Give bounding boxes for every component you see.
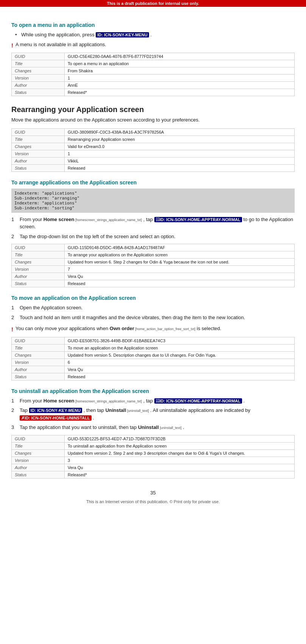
section-arrange: To arrange applications on the Applicati…	[11, 179, 295, 288]
note-exclamation-icon-2: !	[11, 325, 13, 334]
list-item: 2 Touch and hold an item until it magnif…	[11, 314, 295, 321]
meta-table-section3: GUID GUID-115D9148-D5DC-49BA-8428-A1AD17…	[11, 244, 295, 287]
list-item: 3 Tap the application that you want to u…	[11, 424, 295, 431]
footer-text: This is an Internet version of this publ…	[11, 499, 295, 508]
section-uninstall-heading: To uninstall an application from the App…	[11, 388, 295, 394]
badge-uninstall: ✗ID: ICN-SONY-HOME-UNINSTALL	[20, 415, 92, 421]
table-row: Changes From Shakira	[12, 67, 295, 75]
table-row: GUID GUID-C5E4E280-0AA6-4076-B7F6-8777FD…	[12, 53, 295, 60]
table-row: Changes Valid for eDream3.0	[12, 143, 295, 150]
table-row: Status Released*	[12, 471, 295, 478]
page-number: 35	[11, 490, 295, 496]
table-row: GUID GUID-553D1225-BF53-4ED7-A71D-7D887D…	[12, 435, 295, 442]
table-row: Version 3	[12, 457, 295, 464]
table-row: Title To arrange your applications on th…	[12, 251, 295, 259]
table-row: Author VikkiL	[12, 157, 295, 164]
note-own-order: ! You can only move your applications wh…	[11, 325, 295, 334]
arrange-steps: 1 From your Home screen [homescreen_stri…	[11, 216, 295, 240]
section-open-menu-bullets: While using the application, press ID: I…	[11, 31, 295, 39]
table-row: GUID GUID-115D9148-D5DC-49BA-8428-A1AD17…	[12, 244, 295, 251]
note-exclamation-icon: !	[11, 41, 13, 50]
table-row: GUID GUID-EE508701-3826-449B-BD0F-61BABE…	[12, 337, 295, 344]
section-rearranging: Rearranging your Application screen Move…	[11, 105, 295, 172]
list-item: 1 Open the Application screen.	[11, 304, 295, 312]
section-move-app: To move an application on the Applicatio…	[11, 295, 295, 380]
code-block-indexterm: Indexterm: "applications" Sub-indexterm:…	[11, 189, 295, 213]
meta-table-section2: GUID GUID-3809890F-C0C3-438A-BA16-A3C7F9…	[11, 128, 295, 172]
table-row: Author AnnE	[12, 82, 295, 89]
table-row: Author Vera Qu	[12, 464, 295, 471]
table-row: Status Released	[12, 164, 295, 172]
section-move-app-heading: To move an application on the Applicatio…	[11, 295, 295, 301]
meta-table-section1: GUID GUID-C5E4E280-0AA6-4076-B7F6-8777FD…	[11, 53, 295, 96]
note-menu-unavailable: ! A menu is not available in all applica…	[11, 41, 295, 50]
table-row: Status Released*	[12, 89, 295, 96]
meta-table-section5: GUID GUID-553D1225-BF53-4ED7-A71D-7D887D…	[11, 435, 295, 479]
table-row: Changes Updated from version 6. Step 2 c…	[12, 259, 295, 266]
list-item: 1 From your Home screen [homescreen_stri…	[11, 216, 295, 231]
section-uninstall: To uninstall an application from the App…	[11, 388, 295, 479]
table-row: GUID GUID-3809890F-C0C3-438A-BA16-A3C7F9…	[12, 128, 295, 136]
meta-table-section4: GUID GUID-EE508701-3826-449B-BD0F-61BABE…	[11, 337, 295, 380]
table-row: Changes Updated from version 5. Descript…	[12, 351, 295, 359]
list-item: 2 Tap the drop-down list on the top left…	[11, 233, 295, 240]
table-row: Status Released	[12, 280, 295, 287]
move-steps: 1 Open the Application screen. 2 Touch a…	[11, 304, 295, 321]
badge-apptray-2: ☷ID: ICN-SONY-HOME-APPTRAY-NORMAL	[154, 398, 242, 404]
table-row: Changes Updated from version 2. Step 2 a…	[12, 449, 295, 457]
table-row: Version 7	[12, 266, 295, 273]
table-row: Author Vera Qu	[12, 273, 295, 280]
table-row: Version 6	[12, 359, 295, 366]
table-row: Version 1	[12, 75, 295, 82]
section-open-menu: To open a menu in an application While u…	[11, 22, 295, 96]
uninstall-steps: 1 From your Home screen [homescreen_stri…	[11, 397, 295, 431]
table-row: Title Rearranging your Application scree…	[12, 136, 295, 143]
section-arrange-heading: To arrange applications on the Applicati…	[11, 179, 295, 186]
table-row: Title To uninstall an application from t…	[12, 442, 295, 449]
draft-banner: This is a draft publication for internal…	[0, 0, 306, 7]
section-open-menu-heading: To open a menu in an application	[11, 22, 295, 28]
bullet-item-press: While using the application, press ID: I…	[15, 31, 295, 39]
badge-key-menu-1: ID: ICN-SONY-KEY-MENU	[96, 32, 149, 37]
list-item: 1 From your Home screen [homescreen_stri…	[11, 397, 295, 405]
main-heading-rearranging: Rearranging your Application screen	[11, 105, 295, 114]
table-row: Title To open a menu in an application	[12, 60, 295, 67]
main-subtext-rearranging: Move the applications around on the Appl…	[11, 116, 295, 124]
badge-apptray-1: ☷ID: ICN-SONY-HOME-APPTRAY-NORMAL	[154, 217, 242, 222]
table-row: Status Released	[12, 373, 295, 380]
list-item: 2 Tap ID: ICN-SONY-KEY-MENU , then tap U…	[11, 407, 295, 421]
table-row: Title To move an application on the Appl…	[12, 344, 295, 351]
table-row: Author Vera Qu	[12, 366, 295, 373]
table-row: Version 1	[12, 150, 295, 157]
badge-key-menu-2: ID: ICN-SONY-KEY-MENU	[29, 408, 82, 413]
